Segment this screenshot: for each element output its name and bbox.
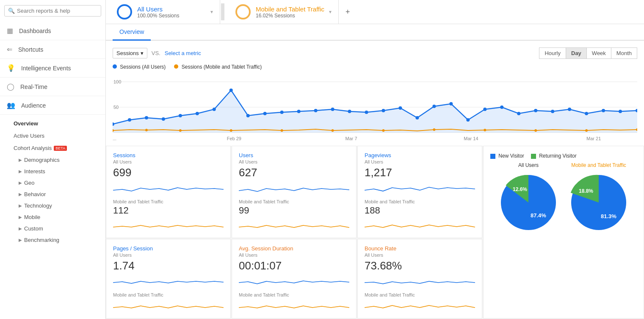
sidebar-item-geo[interactable]: ▶ Geo (0, 177, 105, 189)
search-input[interactable] (17, 8, 97, 14)
sidebar-item-mobile[interactable]: ▶ Mobile (0, 211, 105, 223)
sidebar-item-active-users[interactable]: Active Users (0, 130, 105, 142)
sidebar-item-interests[interactable]: ▶ Interests (0, 166, 105, 177)
avg-session-sparkline (239, 275, 349, 288)
month-button[interactable]: Month (611, 47, 637, 59)
sidebar-item-cohort-analysis[interactable]: Cohort Analysis BETA (0, 142, 105, 154)
sidebar-item-custom[interactable]: ▶ Custom (0, 223, 105, 234)
pages-session-label: Pages / Session (113, 245, 224, 252)
legend-all-users-label: Sessions (All Users) (120, 64, 166, 70)
metric-card-pages-session: Pages / Session All Users 1.74 Mobile an… (106, 239, 231, 319)
avg-session-mobile-label: Mobile and Tablet Traffic (239, 292, 349, 297)
pages-session-segment: All Users (113, 252, 224, 258)
svg-point-44 (382, 129, 384, 132)
svg-text:18.8%: 18.8% (579, 188, 593, 194)
svg-point-26 (449, 102, 453, 105)
users-mobile-value: 99 (239, 205, 349, 216)
sessions-mobile-label: Mobile and Tablet Traffic (113, 199, 224, 204)
svg-point-23 (398, 106, 402, 110)
svg-point-19 (331, 108, 334, 111)
avg-session-label: Avg. Session Duration (239, 245, 349, 252)
mobile-tablet-sessions: 16.02% Sessions (256, 13, 324, 19)
metric-card-sessions: Sessions All Users 699 Mobile and Tablet… (106, 146, 231, 238)
sidebar-item-dashboards[interactable]: ▦ Dashboards (0, 22, 105, 40)
svg-point-45 (433, 128, 435, 131)
svg-point-41 (230, 129, 232, 132)
pie-all-users-chart: 87.4% 12.6% (497, 171, 560, 234)
mobile-segment-dropdown-icon[interactable]: ▾ (329, 9, 332, 15)
svg-point-36 (619, 110, 622, 113)
svg-point-14 (246, 114, 250, 117)
blue-dot (113, 64, 117, 69)
metric-card-users: Users All Users 627 Mobile and Tablet Tr… (232, 146, 357, 238)
pie-mobile-chart: 81.3% 18.8% (567, 171, 630, 234)
svg-text:87.4%: 87.4% (531, 212, 546, 219)
svg-point-28 (483, 108, 486, 111)
svg-point-32 (551, 110, 554, 113)
users-mobile-label: Mobile and Tablet Traffic (239, 199, 349, 204)
segment-mobile-tablet[interactable]: Mobile and Tablet Traffic 16.02% Session… (229, 0, 339, 24)
tab-overview[interactable]: Overview (113, 24, 151, 41)
segment-all-users[interactable]: All Users 100.00% Sessions ▾ (110, 0, 220, 24)
svg-point-31 (534, 109, 537, 112)
chart-legend: Sessions (All Users) Sessions (Mobile an… (113, 64, 637, 70)
metric-select-dropdown[interactable]: Sessions ▾ (113, 48, 147, 58)
pie-mobile-title: Mobile and Tablet Traffic (571, 162, 626, 168)
sidebar-label-shortcuts: Shortcuts (18, 46, 43, 53)
segment-divider (221, 3, 224, 20)
line-chart: 100 50 (113, 73, 637, 142)
arrow-icon: ▶ (19, 180, 22, 185)
svg-text:Mar 21: Mar 21 (586, 136, 601, 141)
sessions-mobile-value: 112 (113, 205, 224, 216)
sidebar-label-audience: Audience (21, 102, 46, 109)
sidebar-item-demographics[interactable]: ▶ Demographics (0, 154, 105, 166)
day-button[interactable]: Day (566, 47, 587, 59)
sidebar-item-audience[interactable]: 👥 Audience (0, 96, 105, 115)
sessions-sparkline (113, 182, 224, 194)
sidebar-item-behavior[interactable]: ▶ Behavior (0, 189, 105, 200)
pageviews-mobile-sparkline (365, 218, 475, 230)
svg-point-29 (500, 105, 503, 109)
svg-point-33 (568, 108, 571, 111)
sidebar-item-realtime[interactable]: ◯ Real-Time (0, 78, 105, 96)
select-metric-link[interactable]: Select a metric (165, 50, 201, 56)
pageviews-value: 1,217 (365, 166, 475, 179)
metrics-row-1: Sessions All Users 699 Mobile and Tablet… (106, 146, 482, 238)
sidebar-item-intelligence[interactable]: 💡 Intelligence Events (0, 59, 105, 78)
svg-point-20 (348, 110, 351, 113)
sidebar-item-overview[interactable]: Overview (0, 117, 105, 130)
pageviews-mobile-value: 188 (365, 205, 475, 216)
sidebar-item-shortcuts[interactable]: ⇐ Shortcuts (0, 40, 105, 59)
bounce-rate-value: 73.68% (365, 259, 475, 272)
add-segment-button[interactable]: + (339, 3, 357, 21)
bounce-rate-mobile-label: Mobile and Tablet Traffic (365, 292, 475, 297)
svg-point-15 (263, 112, 267, 115)
metric-select-arrow: ▾ (141, 50, 144, 56)
sidebar-label-dashboards: Dashboards (19, 28, 51, 34)
arrow-icon: ▶ (19, 158, 22, 162)
svg-point-39 (145, 129, 148, 131)
arrow-icon: ▶ (19, 192, 22, 197)
svg-text:Feb 29: Feb 29 (227, 136, 241, 141)
svg-point-16 (280, 111, 284, 114)
sidebar-item-benchmarking[interactable]: ▶ Benchmarking (0, 234, 105, 246)
sidebar-item-technology[interactable]: ▶ Technology (0, 200, 105, 211)
sessions-value: 699 (113, 166, 224, 179)
hourly-button[interactable]: Hourly (539, 47, 566, 59)
svg-point-40 (179, 129, 182, 132)
svg-point-22 (381, 109, 385, 112)
audience-subnav: Overview Active Users Cohort Analysis BE… (0, 115, 105, 248)
legend-mobile-label: Sessions (Mobile and Tablet Traffic) (182, 64, 262, 70)
svg-point-17 (297, 110, 301, 113)
svg-text:...: ... (113, 136, 116, 141)
segment-dropdown-icon[interactable]: ▾ (210, 9, 213, 15)
svg-point-10 (179, 114, 182, 117)
new-visitor-dot (490, 154, 495, 159)
svg-point-35 (602, 109, 605, 112)
svg-text:100: 100 (113, 79, 121, 84)
all-users-circle-icon (117, 4, 132, 19)
sessions-segment: All Users (113, 159, 224, 164)
svg-point-43 (332, 129, 334, 132)
search-box[interactable]: 🔍 (4, 5, 101, 17)
week-button[interactable]: Week (586, 47, 611, 59)
